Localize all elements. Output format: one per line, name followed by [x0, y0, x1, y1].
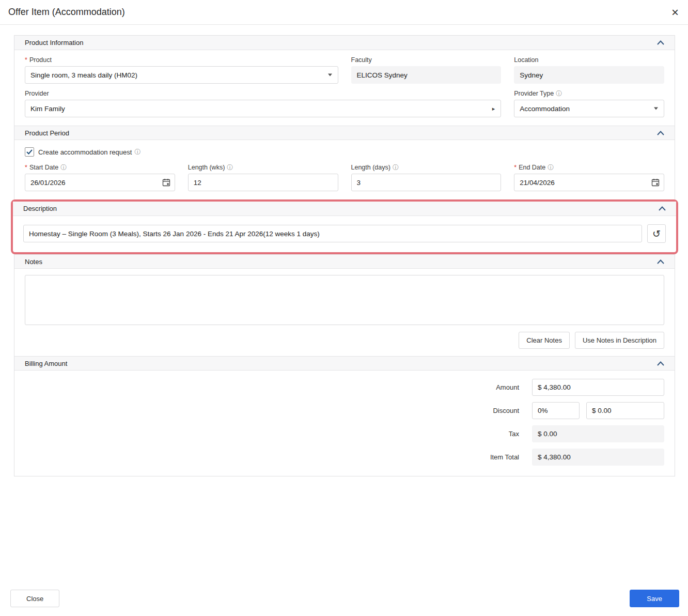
close-icon[interactable]: × [671, 6, 679, 19]
required-asterisk: * [25, 164, 27, 171]
notes-body: Clear Notes Use Notes in Description [14, 269, 675, 356]
info-icon[interactable]: ⓘ [556, 90, 562, 97]
faculty-label-text: Faculty [351, 56, 372, 64]
section-header-notes: Notes [14, 254, 675, 269]
amount-row: Amount [25, 379, 664, 396]
chevron-up-icon[interactable] [657, 40, 664, 45]
faculty-field: Faculty [351, 56, 502, 84]
notes-textarea[interactable] [25, 275, 664, 325]
description-input[interactable] [23, 225, 642, 242]
section-title-product-information: Product Information [25, 39, 83, 47]
section-header-product-period: Product Period [14, 126, 675, 140]
provider-type-field: Provider Type ⓘ [514, 90, 664, 117]
item-total-label: Item Total [490, 453, 519, 461]
required-asterisk: * [514, 164, 517, 171]
product-field: *Product [25, 56, 338, 84]
billing-body: Amount Discount Tax Item Total [14, 371, 675, 476]
start-date-label-text: Start Date [29, 164, 58, 171]
info-icon[interactable]: ⓘ [134, 149, 140, 155]
clear-notes-button[interactable]: Clear Notes [519, 332, 570, 349]
product-select[interactable] [25, 66, 338, 84]
length-days-field: Length (days) ⓘ [351, 164, 502, 191]
description-body: ↺ [13, 216, 676, 252]
provider-expand-icon[interactable]: ▸ [492, 105, 495, 112]
start-date-field: *Start Date ⓘ [25, 164, 175, 191]
provider-type-label: Provider Type ⓘ [514, 90, 664, 97]
dialog-titlebar: Offer Item (Accommodation) × [0, 0, 688, 25]
faculty-value [351, 66, 502, 84]
info-icon[interactable]: ⓘ [227, 164, 233, 171]
product-label: *Product [25, 56, 338, 64]
chevron-up-icon[interactable] [657, 361, 664, 366]
provider-input[interactable] [25, 100, 501, 117]
end-date-field: *End Date ⓘ [514, 164, 664, 191]
use-notes-in-description-button[interactable]: Use Notes in Description [575, 332, 664, 349]
section-header-billing-amount: Billing Amount [14, 356, 675, 371]
check-icon [26, 149, 33, 155]
length-wks-input[interactable] [188, 174, 338, 191]
create-accommodation-request-row: Create accommodation request ⓘ [14, 140, 675, 158]
description-highlight-box: Description ↺ [11, 199, 678, 254]
length-days-label-text: Length (days) [351, 164, 390, 171]
chevron-down-icon[interactable] [654, 107, 658, 110]
end-date-label-text: End Date [519, 164, 545, 171]
location-value [514, 66, 664, 84]
chevron-up-icon[interactable] [657, 259, 664, 264]
chevron-up-icon[interactable] [659, 206, 666, 211]
chevron-up-icon[interactable] [657, 131, 664, 135]
calendar-icon[interactable] [651, 178, 660, 187]
provider-type-label-text: Provider Type [514, 90, 554, 97]
close-button[interactable]: Close [10, 590, 59, 607]
faculty-label: Faculty [351, 56, 502, 64]
provider-label-text: Provider [25, 90, 49, 97]
notes-buttons: Clear Notes Use Notes in Description [25, 332, 664, 349]
discount-amount-input[interactable] [586, 402, 664, 419]
provider-field: Provider ▸ [25, 90, 501, 117]
amount-input[interactable] [532, 379, 664, 396]
section-title-product-period: Product Period [25, 129, 69, 137]
length-wks-field: Length (wks) ⓘ [188, 164, 338, 191]
create-accommodation-request-label: Create accommodation request ⓘ [38, 148, 140, 156]
chevron-down-icon[interactable] [328, 74, 332, 76]
tax-value [532, 425, 664, 442]
item-total-value [532, 449, 664, 466]
product-information-body: *Product Faculty Location [14, 50, 675, 126]
section-header-product-information: Product Information [14, 36, 675, 50]
discount-row: Discount [25, 402, 664, 419]
length-days-label: Length (days) ⓘ [351, 164, 502, 171]
info-icon[interactable]: ⓘ [548, 164, 554, 171]
discount-percent-input[interactable] [532, 402, 580, 419]
info-icon[interactable]: ⓘ [393, 164, 399, 171]
section-title-notes: Notes [25, 258, 42, 266]
calendar-icon[interactable] [162, 178, 170, 187]
provider-label: Provider [25, 90, 501, 97]
section-title-description: Description [23, 205, 57, 212]
product-period-body: *Start Date ⓘ Length (wks) ⓘ Length (day… [14, 158, 675, 199]
page-title: Offer Item (Accommodation) [8, 7, 125, 18]
section-header-description: Description [13, 202, 676, 216]
section-title-billing-amount: Billing Amount [25, 360, 67, 367]
length-wks-label-text: Length (wks) [188, 164, 225, 171]
tax-row: Tax [25, 425, 664, 442]
save-button[interactable]: Save [630, 590, 679, 607]
product-label-text: Product [29, 56, 52, 64]
discount-label: Discount [493, 407, 519, 414]
history-icon: ↺ [652, 228, 661, 240]
location-label-text: Location [514, 56, 538, 64]
location-field: Location [514, 56, 664, 84]
offer-item-panel: Product Information *Product Faculty Loc… [14, 35, 675, 476]
tax-label: Tax [509, 430, 519, 438]
end-date-input[interactable] [514, 174, 664, 191]
regenerate-description-button[interactable]: ↺ [647, 224, 666, 243]
amount-label: Amount [496, 383, 519, 391]
length-wks-label: Length (wks) ⓘ [188, 164, 338, 171]
location-label: Location [514, 56, 664, 64]
provider-type-select[interactable] [514, 100, 664, 117]
dialog-footer: Close Save [0, 590, 688, 607]
create-accommodation-request-checkbox[interactable] [25, 147, 34, 157]
required-asterisk: * [25, 56, 27, 64]
length-days-input[interactable] [351, 174, 502, 191]
start-date-input[interactable] [25, 174, 175, 191]
end-date-label: *End Date ⓘ [514, 164, 664, 171]
info-icon[interactable]: ⓘ [60, 164, 67, 171]
